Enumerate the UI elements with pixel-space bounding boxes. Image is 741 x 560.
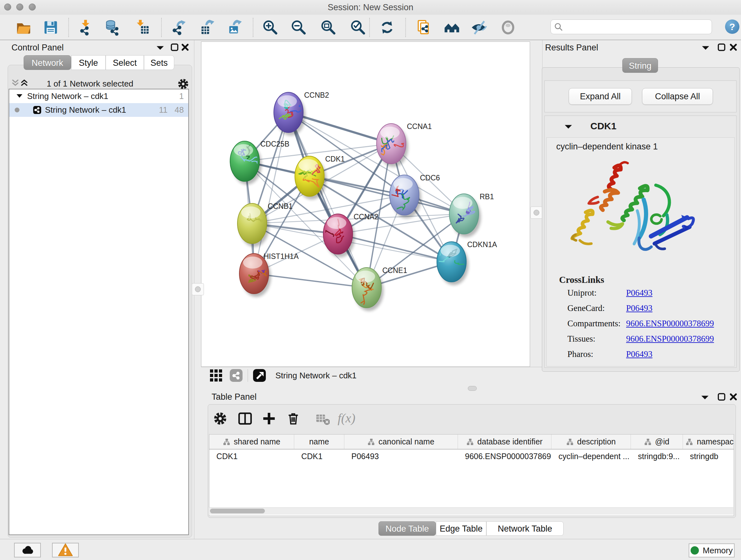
collection-label: String Network – cdk1 (27, 91, 108, 101)
network-row[interactable]: String Network – cdk1 11 48 (9, 103, 188, 117)
table-splitter-handle[interactable] (468, 386, 477, 391)
results-panel-float-icon[interactable] (701, 44, 710, 53)
show-all-button[interactable] (498, 17, 518, 38)
tab-network[interactable]: Network (23, 55, 71, 70)
zoom-fit-button[interactable] (318, 17, 339, 38)
gene-collapse-caret-icon[interactable] (564, 123, 572, 132)
tab-select[interactable]: Select (106, 55, 144, 70)
toolbar-separator (68, 18, 69, 37)
table-panel-float-icon[interactable] (701, 394, 709, 402)
left-splitter[interactable] (194, 40, 201, 384)
tab-sets[interactable]: Sets (144, 55, 174, 70)
cell-database-identifier[interactable]: 9606.ENSP00000378699 (458, 452, 551, 461)
node-HIST1H1A[interactable]: HIST1H1A (239, 252, 299, 297)
cell-canonical-name[interactable]: P06493 (344, 452, 458, 461)
help-button[interactable]: ? (725, 19, 739, 34)
share-view-icon[interactable] (229, 368, 243, 382)
delete-column-icon[interactable] (284, 410, 302, 428)
network-canvas[interactable]: CCNB2 CCNA1 CDC25B CDK1 CDC6 (201, 42, 530, 367)
export-network-button[interactable] (169, 17, 190, 38)
zoom-out-icon (290, 19, 307, 36)
network-selection-status: 1 of 1 Network selected (9, 79, 172, 89)
table-panel-restore-icon[interactable] (718, 393, 726, 401)
control-panel-close-icon[interactable] (181, 43, 189, 51)
return-home-button[interactable] (442, 17, 462, 38)
search-box[interactable] (550, 19, 712, 34)
zoom-in-button[interactable] (260, 17, 280, 38)
expand-all-button[interactable]: Expand All (569, 88, 632, 105)
node-label-CCNA2: CCNA2 (354, 212, 379, 221)
delete-table-icon[interactable] (313, 410, 331, 428)
column-header-shared-name[interactable]: shared name (209, 435, 294, 449)
tab-style[interactable]: Style (71, 55, 106, 70)
table-settings-gear-icon[interactable] (211, 410, 229, 428)
show-all-icon (500, 19, 516, 36)
crosslink-label: GeneCard: (567, 303, 626, 313)
tab-edge-table[interactable]: Edge Table (436, 521, 486, 536)
cell-name[interactable]: CDK1 (294, 452, 344, 461)
node-label-CDKN1A: CDKN1A (467, 240, 497, 249)
node-CCNB1[interactable]: CCNB1 (238, 202, 293, 247)
show-columns-icon[interactable] (236, 410, 254, 428)
tab-node-table[interactable]: Node Table (379, 521, 436, 536)
node-CDKN1A[interactable]: CDKN1A (436, 240, 497, 285)
node-RB1[interactable]: RB1 (449, 192, 494, 237)
search-input[interactable] (565, 20, 712, 34)
crosslink-value-link[interactable]: P06493 (626, 349, 653, 359)
column-header-description[interactable]: description (551, 435, 631, 449)
cloud-service-button[interactable] (14, 543, 41, 557)
refresh-view-button[interactable] (377, 17, 397, 38)
export-image-button[interactable] (225, 17, 246, 38)
table-row[interactable]: CDK1CDK1P064939606.ENSP00000378699cyclin… (209, 449, 734, 463)
column-header--id[interactable]: @id (631, 435, 683, 449)
export-table-button[interactable] (198, 17, 218, 38)
birds-eye-view-icon[interactable] (253, 368, 266, 382)
crosslink-value-link[interactable]: 9606.ENSP00000378699 (626, 319, 714, 328)
save-session-button[interactable] (41, 17, 61, 38)
import-network-file-button[interactable] (75, 17, 96, 38)
import-network-database-button[interactable] (102, 17, 123, 38)
hide-selected-button[interactable] (468, 17, 489, 38)
left-splitter-handle[interactable] (192, 283, 204, 295)
cell--id[interactable]: stringdb:9... (631, 452, 683, 461)
cell-description[interactable]: cyclin–dependent ... (551, 452, 631, 461)
collapse-all-button[interactable]: Collapse All (642, 88, 713, 105)
function-builder-icon[interactable]: f(x) (338, 411, 355, 426)
import-table-file-button[interactable] (131, 17, 152, 38)
results-panel-close-icon[interactable] (729, 43, 738, 51)
protein-structure-image (560, 158, 697, 270)
table-horizontal-scrollbar[interactable] (209, 507, 733, 515)
node-CCNA1[interactable]: CCNA1 (377, 122, 432, 167)
node-CCNB2[interactable]: CCNB2 (274, 91, 329, 136)
control-panel-float-icon[interactable] (156, 44, 164, 53)
column-header-canonical-name[interactable]: canonical name (344, 435, 458, 449)
cell-namespace[interactable]: stringdb (683, 452, 734, 461)
attribute-type-icon (467, 438, 477, 445)
node-CCNE1[interactable]: CCNE1 (352, 266, 407, 311)
crosslink-value-link[interactable]: P06493 (626, 303, 653, 313)
results-panel-restore-icon[interactable] (718, 43, 726, 51)
warnings-button[interactable] (52, 543, 79, 557)
tab-network-table[interactable]: Network Table (486, 521, 563, 536)
right-splitter-handle[interactable] (530, 206, 542, 219)
app-manager-button[interactable] (414, 17, 434, 38)
open-file-button[interactable] (13, 17, 34, 38)
column-header-database-identifier[interactable]: database identifier (458, 435, 551, 449)
network-collection-row[interactable]: String Network – cdk1 1 (9, 89, 188, 103)
zoom-selected-button[interactable] (348, 17, 368, 38)
tab-string[interactable]: String (622, 58, 658, 73)
memory-button[interactable]: Memory (689, 543, 735, 557)
zoom-out-button[interactable] (288, 17, 309, 38)
column-header-namespace[interactable]: namespace (683, 435, 734, 449)
add-column-icon[interactable] (260, 410, 278, 428)
scrollbar-thumb[interactable] (210, 509, 265, 513)
grid-view-icon[interactable] (209, 368, 223, 383)
warning-icon (57, 542, 73, 558)
control-panel-restore-icon[interactable] (171, 43, 179, 51)
column-header-name[interactable]: name (294, 435, 344, 449)
cell-shared-name[interactable]: CDK1 (209, 452, 294, 461)
collection-expand-icon[interactable] (16, 93, 23, 100)
table-panel-close-icon[interactable] (729, 393, 738, 401)
crosslink-value-link[interactable]: 9606.ENSP00000378699 (626, 334, 714, 344)
crosslink-value-link[interactable]: P06493 (626, 288, 653, 298)
